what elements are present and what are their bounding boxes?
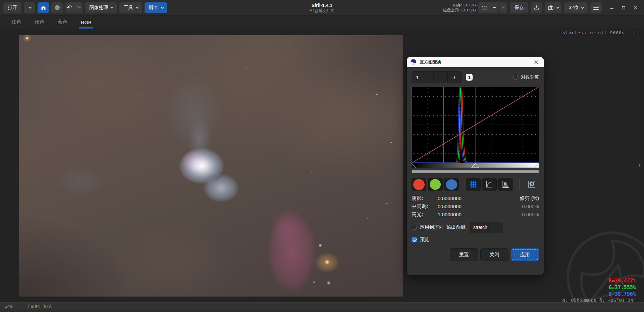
star-speck (26, 37, 28, 39)
curve-display-toggle[interactable] (482, 178, 497, 191)
preview-checkbox[interactable] (412, 237, 417, 242)
log-scale-row: 对数刻度 (513, 74, 539, 80)
minimize-button[interactable] (606, 3, 616, 13)
chevron-down-icon (136, 5, 139, 9)
preview-label: 预览 (420, 237, 429, 243)
save-as-button[interactable] (531, 2, 542, 13)
channel-tabbar: 红色 绿色 蓝色 RGB (0, 16, 644, 29)
tab-rgb[interactable]: RGB (75, 17, 97, 29)
restore-icon (622, 6, 625, 9)
camera-icon (548, 5, 554, 10)
scrollbar-thumb[interactable] (412, 170, 539, 173)
midtones-value[interactable]: 0.5000000 (438, 204, 488, 209)
bit-depth-button[interactable]: 32位 (564, 2, 588, 13)
undo-redo-group: ↶ ↷ (65, 2, 83, 13)
close-dialog-button[interactable]: 关闭 (480, 248, 508, 261)
midtones-label: 中间调: (412, 203, 438, 210)
apply-to-sequence-checkbox[interactable] (412, 225, 417, 230)
zoom-in-button[interactable]: + (498, 2, 507, 13)
grid-icon (469, 180, 478, 189)
minimize-icon (610, 6, 613, 9)
fwhm-readout: FWHM: N/A (28, 304, 51, 309)
blue-channel-toggle[interactable] (444, 178, 459, 191)
midtones-slider-handle[interactable] (472, 164, 479, 168)
window-title: Siril-1.4.1 (312, 3, 332, 8)
zoom-spinbox: 12 − + (478, 2, 507, 13)
redo-button[interactable]: ↷ (74, 2, 83, 13)
channel-spin-increment[interactable]: + (447, 72, 462, 83)
channel-spin-value: 1 (412, 72, 433, 83)
clip-header: 修剪 (%) (488, 195, 539, 202)
zoom-out-button[interactable]: − (490, 2, 498, 13)
tab-red[interactable]: 红色 (6, 16, 26, 29)
zoom-value: 12 (478, 2, 490, 13)
log-scale-label: 对数刻度 (521, 74, 539, 80)
home-button[interactable] (38, 2, 49, 13)
apply-button[interactable]: 应用 (511, 248, 539, 261)
expand-panel-handle[interactable]: ‹ (639, 162, 641, 169)
resource-info: 内存: 1.8 GiB 磁盘空间: 13.1 GiB (443, 3, 476, 13)
chevron-down-icon (110, 5, 114, 9)
status-bar: 14% FWHM: N/A (0, 302, 644, 310)
zoom-percent: 14% (5, 304, 12, 309)
output-prefix-input[interactable] (470, 222, 503, 233)
tools-menu-button[interactable]: 工具 (119, 2, 142, 13)
snapshot-button[interactable] (545, 2, 561, 13)
histogram-plot[interactable] (412, 87, 539, 163)
home-icon (41, 5, 46, 10)
chevron-down-icon (28, 5, 32, 9)
restore-button[interactable] (619, 3, 629, 13)
scripts-menu-button[interactable]: 脚本 (145, 2, 167, 13)
close-window-button[interactable] (631, 3, 641, 13)
shadows-label: 阴影: (412, 195, 438, 202)
main-canvas-area: starless_result_9600s.fit ‹ R=39.427% G=… (0, 29, 644, 302)
header-bar: 打开 ↶ ↷ 图像处理 工具 脚本 Siril-1.4.1 E:\新建文件夹 内… (0, 0, 644, 15)
hamburger-icon (593, 5, 599, 10)
chevron-down-icon (556, 5, 559, 9)
tab-green[interactable]: 绿色 (29, 16, 50, 29)
red-circle-icon (413, 179, 425, 190)
readout-b: B=38.796% (609, 291, 636, 298)
channel-spin-decrement[interactable]: − (433, 72, 447, 83)
levels-slider[interactable] (412, 163, 539, 168)
main-menu-button[interactable] (590, 2, 602, 13)
star-field (19, 35, 20, 36)
undo-button[interactable]: ↶ (65, 2, 74, 13)
readout-g: G=37.555% (609, 284, 636, 291)
dialog-titlebar[interactable]: 直方图变换 (407, 57, 544, 67)
clip-highlights-value: 0.000% (488, 212, 539, 217)
open-button[interactable]: 打开 (3, 2, 21, 13)
open-dropdown-button[interactable] (24, 2, 35, 13)
image-processing-menu-button[interactable]: 图像处理 (85, 2, 117, 13)
auto-stretch-button[interactable] (524, 178, 539, 191)
histogram-scrollbar[interactable] (412, 170, 539, 173)
log-scale-checkbox[interactable] (513, 75, 518, 80)
levels-values: 阴影: 0.0000000 修剪 (%) 中间调: 0.5000000 0.00… (412, 195, 539, 218)
save-button[interactable]: 保存 (510, 2, 528, 13)
tab-blue[interactable]: 蓝色 (52, 16, 73, 29)
working-directory: E:\新建文件夹 (310, 8, 335, 13)
dialog-close-button[interactable] (532, 58, 540, 66)
record-button[interactable] (51, 2, 63, 13)
image-canvas[interactable] (19, 35, 403, 297)
highlights-value[interactable]: 1.0000000 (438, 212, 488, 217)
histogram-display-toggle[interactable] (498, 178, 513, 191)
transfer-curve-icon (485, 180, 494, 189)
chevron-down-icon (161, 5, 164, 9)
red-channel-toggle[interactable] (412, 178, 426, 191)
pixel-rgb-readout: R=39.427% G=37.555% B=38.796% (609, 277, 636, 298)
reset-button[interactable]: 重置 (450, 248, 478, 261)
close-icon (534, 60, 538, 64)
output-prefix-label: 输出前缀: (446, 224, 467, 230)
highlights-label: 高光: (412, 211, 438, 218)
blue-circle-icon (446, 179, 457, 190)
grid-toggle[interactable] (466, 178, 481, 191)
memory-label: 内存: 1.8 GiB (443, 3, 476, 8)
siril-logo-icon (410, 59, 417, 65)
shadows-value[interactable]: 0.0000000 (438, 195, 488, 201)
green-channel-toggle[interactable] (428, 178, 442, 191)
clip-shadows-value: 0.000% (488, 204, 539, 209)
histogram-transformation-dialog: 直方图变换 1 − + 1 对数刻度 (407, 57, 544, 275)
siril-window: 打开 ↶ ↷ 图像处理 工具 脚本 Siril-1.4.1 E:\新建文件夹 内… (0, 0, 644, 312)
apply-to-sequence-label: 应用到序列 (420, 224, 443, 230)
